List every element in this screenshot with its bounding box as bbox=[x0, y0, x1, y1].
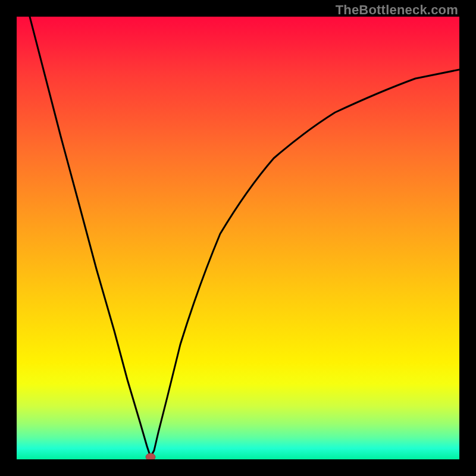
watermark-text: TheBottleneck.com bbox=[336, 2, 458, 18]
bottleneck-curve bbox=[30, 17, 459, 457]
chart-frame: TheBottleneck.com bbox=[0, 0, 476, 476]
plot-area bbox=[17, 17, 459, 459]
bottleneck-marker bbox=[146, 453, 155, 459]
curve-group bbox=[30, 17, 459, 459]
curve-svg bbox=[17, 17, 459, 459]
